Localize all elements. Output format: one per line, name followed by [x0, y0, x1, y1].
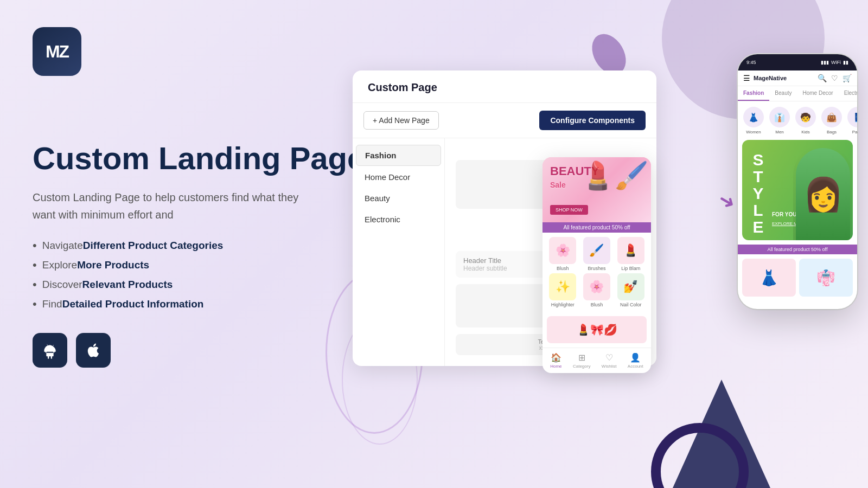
beauty-item-lip-blam[interactable]: 💄 Lip Blam: [615, 237, 647, 271]
search-icon[interactable]: 🔍: [818, 74, 827, 82]
phone-status-icons: ▮▮▮ WiFi ▮▮: [821, 60, 848, 65]
beauty-item-blush2[interactable]: 🌸 Blush: [581, 273, 613, 307]
blush2-image: 🌸: [583, 273, 610, 300]
phone-tab-bar: Fashion Beauty Home Decor Electron: [738, 86, 857, 101]
home-nav-label: Home: [550, 364, 561, 369]
beauty-nav-bar: 🏠 Home ⊞ Category ♡ Wishlist 👤 Account: [542, 348, 651, 373]
phone-category-row: 👗 Women 👔 Men 🧒 Kids 👜 Bags 👖 Pan: [738, 101, 857, 140]
beauty-panel: BEAUTY Sale SHOP NOW 💄🖌️ All featured pr…: [542, 157, 651, 373]
bullet-1-bold: Different Product Categories: [83, 240, 224, 252]
sidebar-item-home-decor[interactable]: Home Decor: [356, 167, 441, 187]
nav-category[interactable]: ⊞ Category: [573, 352, 590, 369]
beauty-item-highlighter[interactable]: ✨ Highlighter: [547, 273, 579, 307]
lip-blam-image: 💄: [617, 237, 644, 264]
beauty-item-nail-color[interactable]: 💅 Nail Color: [615, 273, 647, 307]
extra-beauty-banner: 💄🎀💋: [547, 316, 647, 343]
highlighter-label: Highlighter: [551, 302, 575, 307]
beauty-sale: Sale: [550, 181, 566, 189]
sidebar-list: Fashion Home Decor Beauty Electronic: [353, 138, 445, 366]
kids-circle: 🧒: [795, 107, 816, 127]
brushes-label: Brushes: [588, 266, 605, 271]
phone-mockup: 9:45 ▮▮▮ WiFi ▮▮ ☰ MageNative 🔍 ♡ 🛒 Fash…: [738, 54, 857, 309]
panel-toolbar: + Add New Page Configure Components: [353, 103, 656, 138]
wishlist-icon[interactable]: ♡: [831, 74, 838, 82]
bullet-3-bold: Relevant Products: [82, 279, 173, 291]
category-nav-icon: ⊞: [578, 352, 585, 363]
pants-label: Pants: [852, 130, 857, 134]
phone-tab-home-decor[interactable]: Home Decor: [797, 86, 838, 101]
feature-list: Navigate Different Product Categories Ex…: [33, 239, 380, 311]
women-label: Women: [746, 130, 761, 134]
bullet-2: Explore More Products: [33, 258, 380, 272]
extra-beauty-row: 💄🎀💋: [542, 312, 651, 348]
phone-notch: [776, 54, 819, 64]
pants-circle: 👖: [847, 107, 857, 127]
person-silhouette: 👩: [796, 148, 850, 240]
platform-badges: [33, 333, 380, 368]
men-circle: 👔: [769, 107, 790, 127]
phone-cat-pants[interactable]: 👖 Pants: [847, 107, 857, 134]
account-nav-icon: 👤: [630, 352, 641, 363]
wishlist-nav-label: Wishlist: [602, 364, 617, 369]
sidebar-item-beauty[interactable]: Beauty: [356, 188, 441, 208]
all-featured-bar: All featured product 50% off: [738, 245, 857, 254]
product-1[interactable]: 👗: [742, 259, 796, 297]
phone-cat-women[interactable]: 👗 Women: [743, 107, 764, 134]
hero-title: Custom Landing Page: [33, 141, 380, 176]
phone-scroll-content[interactable]: 👗 Women 👔 Men 🧒 Kids 👜 Bags 👖 Pan: [738, 101, 857, 297]
men-label: Men: [775, 130, 784, 134]
sidebar-item-fashion[interactable]: Fashion: [356, 145, 441, 166]
phone-app-name: MageNative: [754, 75, 787, 81]
phone-action-icons: 🔍 ♡ 🛒: [818, 74, 852, 82]
blush2-label: Blush: [591, 302, 603, 307]
bags-circle: 👜: [821, 107, 842, 127]
blush-image: 🌸: [549, 237, 576, 264]
blush-label: Blush: [557, 266, 569, 271]
logo-letters: MZ: [46, 43, 68, 60]
beauty-product-grid: 🌸 Blush 🖌️ Brushes 💄 Lip Blam ✨ Highligh…: [542, 233, 651, 312]
arrow-pointer: ➜: [714, 187, 740, 215]
shop-now-button[interactable]: SHOP NOW: [550, 205, 588, 215]
phone-time: 9:45: [746, 60, 756, 65]
fashion-person: 👩: [793, 145, 853, 240]
beauty-banner: BEAUTY Sale SHOP NOW 💄🖌️: [542, 157, 651, 222]
phone-app-brand: ☰ MageNative: [743, 74, 787, 82]
phone-fashion-banner: STYLE FOR YOU EXPLORE MORE 👩: [742, 140, 853, 240]
hamburger-icon[interactable]: ☰: [743, 74, 750, 82]
makeup-decoration: 💄🖌️: [581, 160, 648, 191]
style-banner-text: STYLE: [750, 151, 766, 235]
bullet-3: Discover Relevant Products: [33, 278, 380, 292]
sidebar-item-electronic[interactable]: Electronic: [356, 209, 441, 229]
lip-blam-label: Lip Blam: [621, 266, 640, 271]
beauty-item-blush[interactable]: 🌸 Blush: [547, 237, 579, 271]
nav-wishlist[interactable]: ♡ Wishlist: [602, 352, 617, 369]
logo-box: MZ: [33, 27, 81, 76]
bags-label: Bags: [827, 130, 837, 134]
phone-cat-bags[interactable]: 👜 Bags: [821, 107, 842, 134]
phone-cat-kids[interactable]: 🧒 Kids: [795, 107, 816, 134]
phone-tab-beauty[interactable]: Beauty: [769, 86, 797, 101]
panel-title: Custom Page: [368, 81, 437, 93]
phone-cat-men[interactable]: 👔 Men: [769, 107, 790, 134]
women-circle: 👗: [743, 107, 764, 127]
bullet-2-bold: More Products: [77, 259, 149, 271]
product-2[interactable]: 👘: [799, 259, 853, 297]
add-new-button[interactable]: + Add New Page: [363, 111, 439, 130]
cart-icon[interactable]: 🛒: [843, 74, 852, 82]
home-nav-icon: 🏠: [551, 352, 561, 363]
beauty-item-brushes[interactable]: 🖌️ Brushes: [581, 237, 613, 271]
android-badge[interactable]: [33, 333, 67, 368]
battery-icon: ▮▮: [843, 60, 848, 65]
highlighter-image: ✨: [549, 273, 576, 300]
ios-badge[interactable]: [76, 333, 111, 368]
hero-subtitle: Custom Landing Page to help customers fi…: [33, 189, 315, 223]
phone-app-bar: ☰ MageNative 🔍 ♡ 🛒: [738, 70, 857, 86]
account-nav-label: Account: [628, 364, 643, 369]
nav-account[interactable]: 👤 Account: [628, 352, 643, 369]
category-nav-label: Category: [573, 364, 590, 369]
panel-header: Custom Page: [353, 70, 656, 103]
phone-tab-electron[interactable]: Electron: [839, 86, 857, 101]
phone-tab-fashion[interactable]: Fashion: [738, 86, 769, 101]
configure-button[interactable]: Configure Components: [539, 111, 646, 130]
nav-home[interactable]: 🏠 Home: [550, 352, 561, 369]
